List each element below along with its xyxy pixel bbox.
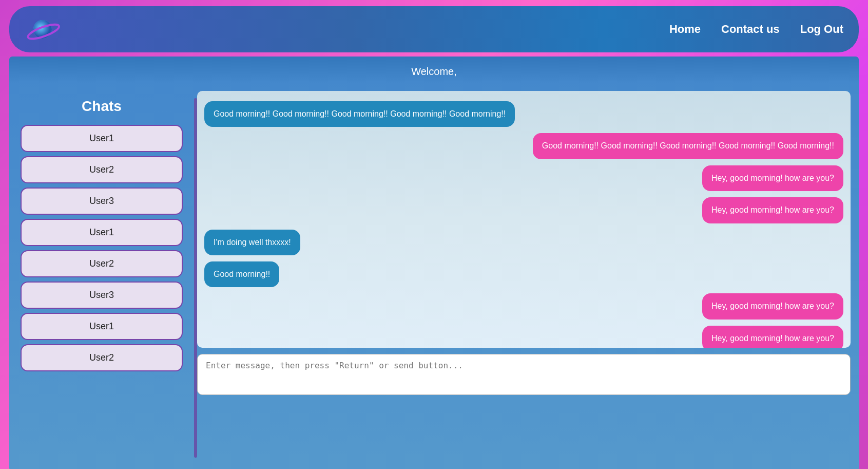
chat-item[interactable]: User2 <box>21 250 183 277</box>
message-bubble: Good morning!! <box>204 261 279 287</box>
chat-item[interactable]: User1 <box>21 219 183 246</box>
nav-contact[interactable]: Contact us <box>721 23 780 36</box>
nav-home[interactable]: Home <box>669 23 701 36</box>
message-bubble: Hey, good morning! how are you? <box>702 197 843 223</box>
nav-logout[interactable]: Log Out <box>800 23 843 36</box>
sidebar: Chats User1User2User3User1User2User3User… <box>9 83 194 469</box>
message-bubble: Hey, good morning! how are you? <box>702 326 843 348</box>
welcome-bar: Welcome, <box>9 57 859 83</box>
message-bubble: Good morning!! Good morning!! Good morni… <box>533 133 843 159</box>
sidebar-title: Chats <box>82 98 122 115</box>
chat-item[interactable]: User1 <box>21 313 183 340</box>
message-bubble: Hey, good morning! how are you? <box>702 293 843 319</box>
chat-area: Good morning!! Good morning!! Good morni… <box>197 83 859 469</box>
chat-list: User1User2User3User1User2User3User1User2 <box>9 125 194 371</box>
message-input[interactable] <box>206 361 842 386</box>
nav: Home Contact us Log Out <box>669 23 843 36</box>
header: Home Contact us Log Out <box>9 6 859 52</box>
chat-item[interactable]: User2 <box>21 344 183 371</box>
main-content: Chats User1User2User3User1User2User3User… <box>9 83 859 469</box>
chat-item[interactable]: User2 <box>21 156 183 183</box>
chat-item[interactable]: User3 <box>21 187 183 215</box>
message-bubble: Hey, good morning! how are you? <box>702 165 843 191</box>
welcome-text: Welcome, <box>411 66 457 78</box>
messages-container[interactable]: Good morning!! Good morning!! Good morni… <box>197 91 851 348</box>
chat-item[interactable]: User3 <box>21 282 183 309</box>
logo-area <box>25 11 61 47</box>
input-area[interactable] <box>197 354 851 395</box>
message-bubble: I'm doing well thxxxx! <box>204 230 300 255</box>
chat-item[interactable]: User1 <box>21 125 183 152</box>
logo-icon <box>25 11 61 47</box>
message-bubble: Good morning!! Good morning!! Good morni… <box>204 101 515 127</box>
